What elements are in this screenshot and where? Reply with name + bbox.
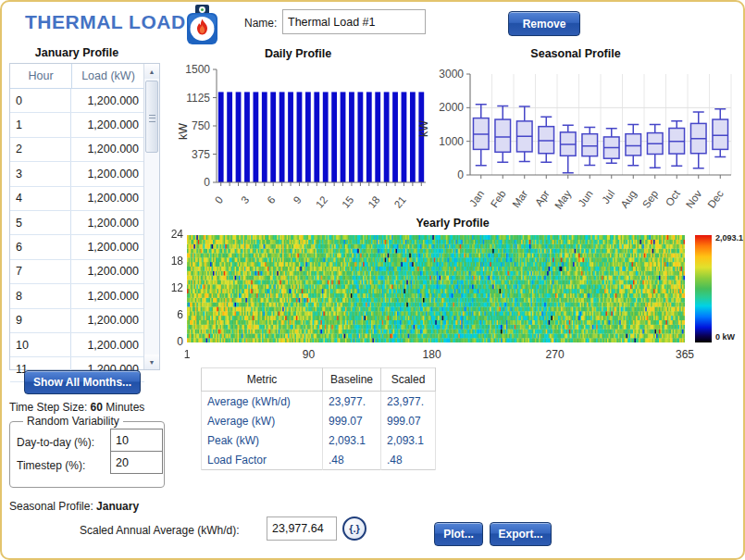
hour-cell[interactable]: 5 [10,211,71,234]
metric-value: 23,977. [323,392,381,412]
heatmap-ytick: 0 [159,335,183,348]
svg-text:9: 9 [292,194,304,206]
metric-name: Average (kW) [202,411,323,430]
svg-text:Oct: Oct [664,188,683,208]
colorbar-min-label: 0 kW [715,332,735,342]
svg-text:375: 375 [192,148,210,161]
day-to-day-label: Day-to-day (%): [17,436,94,449]
metrics-row: Average (kW)999.07999.07 [202,411,436,430]
heatmap-ytick: 24 [159,228,183,241]
metric-name: Average (kWh/d) [202,392,323,412]
load-cell[interactable]: 1,200.000 [71,89,143,112]
hour-cell[interactable]: 1 [10,113,71,136]
metrics-col-scaled: Scaled [381,368,436,392]
load-cell[interactable]: 1,200.000 [71,211,143,234]
table-row[interactable]: 91,200.000 [10,309,144,333]
hour-cell[interactable]: 7 [10,260,71,283]
hour-cell[interactable]: 10 [10,333,71,356]
load-cell[interactable]: 1,200.000 [71,162,143,185]
load-cell[interactable]: 1,200.000 [71,187,143,210]
svg-text:1500: 1500 [185,63,210,76]
seasonal-profile-value: January [96,500,139,513]
january-profile-title: January Profile [9,46,144,59]
metrics-table: Metric Baseline Scaled Average (kWh/d)23… [201,367,436,470]
hour-cell[interactable]: 2 [10,138,71,161]
hour-cell[interactable]: 4 [10,187,71,210]
column-header-hour: Hour [10,64,72,88]
svg-text:3: 3 [239,194,251,206]
remove-button[interactable]: Remove [508,11,580,36]
scrollbar-thumb[interactable] [145,81,158,153]
load-cell[interactable]: 1,200.000 [71,333,143,356]
load-cell[interactable]: 1,200.000 [71,260,143,283]
name-input[interactable] [282,9,426,34]
colorbar-max-label: 2,093.19 [715,233,745,243]
heatmap-xtick: 90 [289,348,329,361]
metric-value: 999.07 [381,411,436,430]
scrollbar-grip-icon [149,115,155,122]
hour-cell[interactable]: 9 [10,309,71,332]
seasonal-profile-selection: Seasonal Profile: January [9,500,139,513]
timestep-label: Timestep (%): [17,459,85,472]
table-row[interactable]: 71,200.000 [10,260,144,284]
table-row[interactable]: 41,200.000 [10,187,144,211]
table-row[interactable]: 11,200.000 [10,113,144,137]
scaled-annual-average-input[interactable] [267,516,337,541]
metric-value: 23,977. [381,392,436,412]
heatmap-xtick: 1 [167,348,207,361]
metric-name: Load Factor [202,450,323,470]
table-row[interactable]: 21,200.000 [10,138,144,162]
table-row[interactable]: 31,200.000 [10,162,144,186]
load-cell[interactable]: 1,200.000 [71,284,143,307]
random-variability-title: Random Variability [23,415,123,428]
timestep-input[interactable] [110,451,163,474]
time-step-value: 60 [91,401,103,414]
metric-value: 2,093.1 [381,430,436,450]
heatmap-xtick: 365 [664,348,705,361]
svg-text:1000: 1000 [439,135,464,148]
page-title: THERMAL LOAD [25,11,186,33]
metric-value: 999.07 [323,411,381,430]
load-cell[interactable]: 1,200.000 [71,235,143,258]
svg-text:Sep: Sep [640,188,661,210]
svg-text:1125: 1125 [186,92,210,105]
hour-cell[interactable]: 8 [10,284,71,307]
yearly-profile-title: Yearly Profile [341,217,564,230]
metrics-col-baseline: Baseline [323,368,381,392]
load-cell[interactable]: 1,200.000 [71,113,143,136]
heatmap-xtick: 270 [535,348,576,361]
load-cell[interactable]: 1,200.000 [71,138,143,161]
load-cell[interactable]: 1,200.000 [71,309,143,332]
table-row[interactable]: 01,200.000 [10,89,144,113]
table-row[interactable]: 61,200.000 [10,235,144,259]
day-to-day-input[interactable] [110,429,163,452]
time-step-prefix: Time Step Size: [9,401,91,414]
seasonal-profile-title: Seasonal Profile [465,47,687,60]
svg-text:6: 6 [265,194,277,206]
table-row[interactable]: 81,200.000 [10,284,144,308]
show-all-months-button[interactable]: Show All Months... [24,370,141,394]
plot-button[interactable]: Plot... [434,522,483,546]
scroll-down-icon[interactable]: ▼ [144,355,159,369]
table-row[interactable]: 51,200.000 [10,211,144,235]
table-row[interactable]: 101,200.000 [10,333,144,357]
svg-text:Jul: Jul [600,188,616,205]
daily-profile-title: Daily Profile [187,47,409,60]
svg-text:kW: kW [177,123,190,140]
seasonal-profile-chart: 0100020003000JanFebMarAprMayJunJulAugSep… [416,59,742,221]
scroll-up-icon[interactable]: ▲ [144,64,159,79]
january-table-header: Hour Load (kW) [10,64,159,89]
export-button[interactable]: Export... [490,522,552,546]
svg-text:Apr: Apr [533,188,552,208]
hour-cell[interactable]: 0 [10,89,71,112]
january-profile-table: Hour Load (kW) 01,200.00011,200.00021,20… [9,63,160,370]
metric-value: .48 [381,450,436,470]
thermal-load-panel: THERMAL LOAD Name: Remove January Profil… [0,0,745,560]
hour-cell[interactable]: 3 [10,162,71,185]
heatmap-xtick: 180 [412,348,453,361]
sensitivity-variable-button[interactable]: {.} [342,516,366,541]
svg-text:Mar: Mar [510,188,529,209]
table-scrollbar[interactable]: ▲ ▼ [143,64,159,369]
hour-cell[interactable]: 6 [10,235,71,258]
metric-value: .48 [323,450,381,470]
